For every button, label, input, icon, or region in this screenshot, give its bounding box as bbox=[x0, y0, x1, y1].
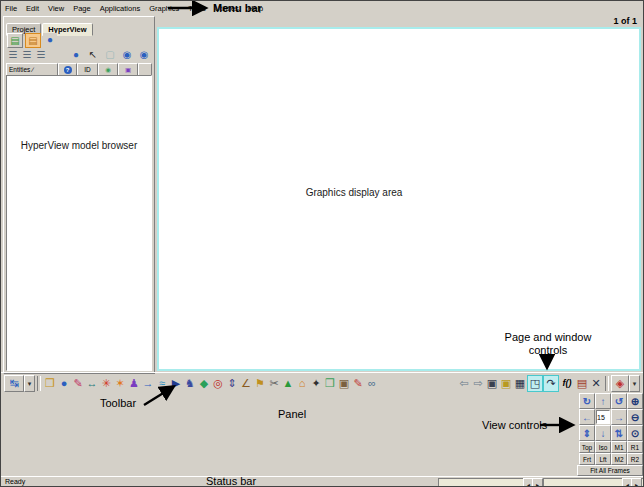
skate-icon[interactable]: ◆ bbox=[197, 376, 211, 391]
status-spin-right-1[interactable]: ▸ bbox=[532, 478, 543, 487]
view-controls: ↻ ↑ ↺ ⊕ ← → ⊖ ⇕ ↓ ⇅ ⊙ bbox=[579, 393, 643, 441]
fit-all-frames-button[interactable]: Fit All Frames bbox=[577, 465, 643, 476]
view-preset-row-2: Frt Lft M2 R2 bbox=[579, 453, 643, 465]
model-browser-annotation: HyperView model browser bbox=[7, 76, 151, 151]
pan-right-icon[interactable]: → bbox=[611, 409, 627, 425]
animation-mode-icon[interactable]: ◈ bbox=[611, 375, 629, 392]
view-r1-button[interactable]: R1 bbox=[627, 441, 643, 453]
wave-icon[interactable]: ≈ bbox=[155, 376, 169, 391]
hide-eye-icon[interactable]: ◉ bbox=[137, 48, 151, 61]
view-top-button[interactable]: Top bbox=[579, 441, 595, 453]
view-m1-button[interactable]: M1 bbox=[611, 441, 627, 453]
page-entity-icon[interactable]: ● bbox=[43, 33, 57, 46]
view-front-button[interactable]: Frt bbox=[579, 453, 595, 465]
zoom-in-icon[interactable]: ⊕ bbox=[627, 393, 643, 409]
status-bar-annotation: Status bar bbox=[206, 475, 256, 487]
expand-window-icon[interactable]: ◳ bbox=[527, 375, 543, 392]
menu-page[interactable]: Page bbox=[71, 3, 93, 14]
xy-plot-icon[interactable]: ✕ bbox=[589, 376, 603, 391]
show-eye-icon[interactable]: ◉ bbox=[120, 48, 134, 61]
spin-ccw-icon[interactable]: ⇕ bbox=[579, 425, 595, 441]
current-page-icon[interactable]: ▤ bbox=[25, 33, 41, 48]
fit-view-icon[interactable]: ⊙ bbox=[627, 425, 643, 441]
panel-annotation: Panel bbox=[278, 408, 306, 420]
page-window-annotation: Page and window controls bbox=[495, 331, 601, 356]
view-controls-annotation: View controls bbox=[482, 419, 547, 431]
rotate-right-icon[interactable]: ↻ bbox=[579, 393, 595, 409]
measure-icon[interactable]: ⇕ bbox=[225, 376, 239, 391]
cursor-icon[interactable]: ↖ bbox=[86, 48, 100, 61]
spin-cw-icon[interactable]: ⇅ bbox=[611, 425, 627, 441]
pan-up-icon[interactable]: ↑ bbox=[595, 393, 611, 409]
pan-down-icon[interactable]: ↓ bbox=[595, 425, 611, 441]
view-iso-button[interactable]: Iso bbox=[595, 441, 611, 453]
menu-file[interactable]: File bbox=[3, 3, 19, 14]
cone-icon[interactable]: ▲ bbox=[281, 376, 295, 391]
house-icon[interactable]: ⌂ bbox=[295, 376, 309, 391]
graphics-canvas[interactable]: Graphics display area bbox=[157, 27, 641, 371]
entities-header-label: Entities bbox=[9, 66, 30, 73]
collapse-tree-icon[interactable]: ☰ bbox=[7, 48, 19, 61]
window-layout-icon[interactable]: ▦ bbox=[513, 376, 527, 391]
menu-edit[interactable]: Edit bbox=[24, 3, 41, 14]
folder-green-icon[interactable]: ❒ bbox=[323, 376, 337, 391]
page-counter: 1 of 1 bbox=[613, 16, 637, 26]
status-bar: Ready Status bar ◂ ▸ ◂ ▸ bbox=[1, 476, 643, 487]
view-r2-button[interactable]: R2 bbox=[627, 453, 643, 465]
boot-icon[interactable]: ♞ bbox=[183, 376, 197, 391]
spider-icon[interactable]: ✶ bbox=[113, 376, 127, 391]
entity-select-icon[interactable]: ● bbox=[69, 48, 83, 61]
flag-icon[interactable]: ⚑ bbox=[253, 376, 267, 391]
menu-applications[interactable]: Applications bbox=[98, 3, 142, 14]
menu-bar: File Edit View Page Applications Graphic… bbox=[1, 1, 644, 15]
status-field-2 bbox=[543, 478, 623, 487]
toolbar-annotation: Toolbar bbox=[100, 397, 136, 409]
view-m2-button[interactable]: M2 bbox=[611, 453, 627, 465]
anchor-icon[interactable]: ✦ bbox=[309, 376, 323, 391]
animation-dropdown-icon[interactable]: ▾ bbox=[629, 375, 640, 392]
next-page-icon[interactable]: ⇨ bbox=[471, 376, 485, 391]
expand-tree-icon[interactable]: ☰ bbox=[21, 48, 33, 61]
session-flip-icon[interactable]: ↹ bbox=[4, 375, 24, 392]
load-results-icon[interactable]: ● bbox=[57, 376, 71, 391]
model-browser-panel: ProjectHyperView ▤ ▤ ● ☰ ☰ ☰ ● ↖ ▢ ◉ ◉ E… bbox=[3, 16, 155, 374]
function-builder-icon[interactable]: f() bbox=[559, 376, 575, 391]
steps-icon[interactable]: ♟ bbox=[127, 376, 141, 391]
refresh-tree-icon[interactable]: ☰ bbox=[35, 48, 47, 61]
page-reload-icon[interactable]: ▤ bbox=[7, 33, 23, 48]
section-cut-icon[interactable]: ✂ bbox=[267, 376, 281, 391]
menu-tools[interactable]: Tools bbox=[186, 3, 208, 14]
probe-icon[interactable]: ◎ bbox=[211, 376, 225, 391]
menu-view[interactable]: View bbox=[46, 3, 66, 14]
hyperview-window: File Edit View Page Applications Graphic… bbox=[0, 0, 644, 487]
open-session-icon[interactable]: ❒ bbox=[43, 376, 57, 391]
toolbar-separator-2 bbox=[605, 376, 609, 391]
rotate-left-icon[interactable]: ↺ bbox=[611, 393, 627, 409]
glasses-icon[interactable]: ∞ bbox=[365, 376, 379, 391]
vector-icon[interactable]: ▶ bbox=[169, 376, 183, 391]
mask-icon[interactable]: ▢ bbox=[103, 48, 117, 61]
annotate-icon[interactable]: ✎ bbox=[71, 376, 85, 391]
angle-icon[interactable]: ∠ bbox=[239, 376, 253, 391]
rotate-angle-input[interactable] bbox=[596, 410, 610, 424]
pencil-edit-icon[interactable]: ✎ bbox=[351, 376, 365, 391]
zoom-out-icon[interactable]: ⊖ bbox=[627, 409, 643, 425]
image-capture-icon[interactable]: ▣ bbox=[337, 376, 351, 391]
view-left-button[interactable]: Lft bbox=[595, 453, 611, 465]
question-icon: ? bbox=[64, 66, 72, 74]
spring-icon[interactable]: ✳ bbox=[99, 376, 113, 391]
toolbar-separator bbox=[37, 376, 41, 391]
link-icon[interactable]: ↔ bbox=[85, 376, 99, 391]
graphics-area-annotation: Graphics display area bbox=[159, 187, 549, 198]
session-dropdown-icon[interactable]: ▾ bbox=[24, 375, 35, 392]
previous-page-icon[interactable]: ⇦ bbox=[457, 376, 471, 391]
plot-style-icon[interactable]: ▤ bbox=[575, 376, 589, 391]
menu-graphics[interactable]: Graphics bbox=[147, 3, 181, 14]
pages-icon[interactable]: ▣ bbox=[485, 376, 499, 391]
model-browser-tree[interactable]: HyperView model browser bbox=[6, 75, 152, 371]
pan-left-icon[interactable]: ← bbox=[579, 409, 595, 425]
status-ready-text: Ready bbox=[5, 478, 25, 485]
comet-icon[interactable]: → bbox=[141, 376, 155, 391]
add-page-icon[interactable]: ▣ bbox=[499, 376, 513, 391]
swap-windows-icon[interactable]: ↷ bbox=[543, 375, 559, 392]
